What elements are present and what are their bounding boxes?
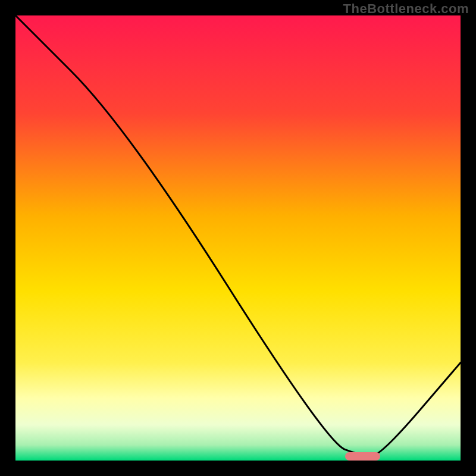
watermark-label: TheBottleneck.com <box>343 1 469 17</box>
plot-area <box>15 15 461 461</box>
optimal-marker <box>345 452 381 461</box>
chart-frame: TheBottleneck.com <box>0 0 476 476</box>
chart-svg <box>15 15 461 461</box>
